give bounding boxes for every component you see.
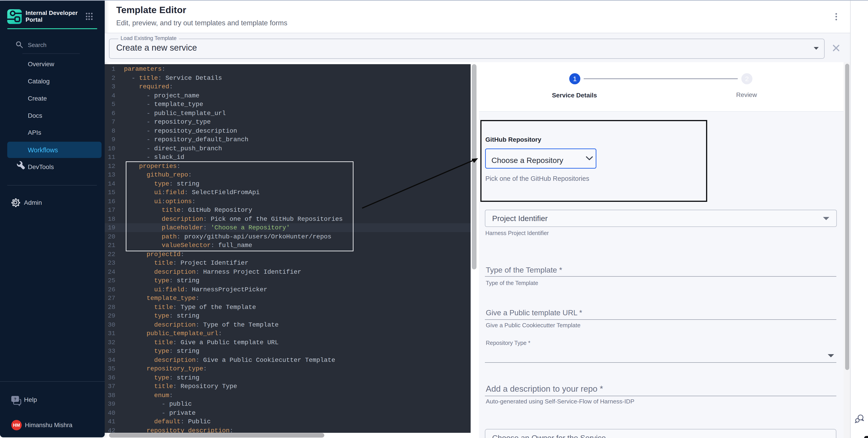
- svg-text:?: ?: [14, 397, 16, 401]
